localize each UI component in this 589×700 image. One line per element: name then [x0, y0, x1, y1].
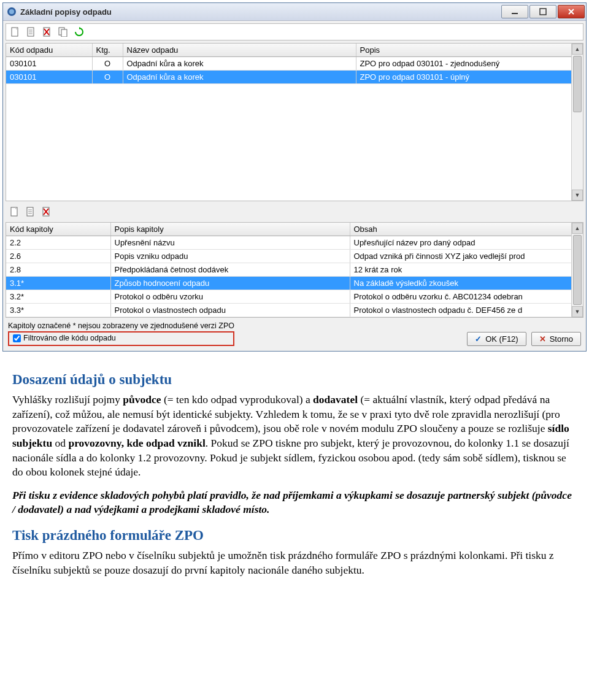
- footer: Kapitoly označené * nejsou zobrazeny ve …: [6, 320, 583, 348]
- copy-icon[interactable]: [58, 26, 69, 37]
- cell: Odpadní kůra a korek: [123, 71, 356, 84]
- scroll-down-icon[interactable]: ▼: [572, 306, 583, 317]
- cell: O: [92, 57, 123, 71]
- table-row[interactable]: 3.1*Způsob hodnocení odpaduNa základě vý…: [6, 277, 572, 290]
- grid-bottom-header: Kód kapitoly Popis kapitoly Obsah: [6, 223, 572, 236]
- scroll-thumb[interactable]: [573, 235, 582, 305]
- svg-rect-2: [512, 13, 518, 14]
- col-popis[interactable]: Popis: [356, 44, 572, 57]
- app-icon: [7, 7, 17, 17]
- scroll-down-icon[interactable]: ▼: [572, 190, 583, 201]
- scrollbar-vertical[interactable]: ▲ ▼: [571, 44, 583, 201]
- ok-button[interactable]: ✓ OK (F12): [467, 332, 526, 346]
- table-row[interactable]: 030101OOdpadní kůra a korekZPO pro odpad…: [6, 57, 572, 71]
- edit-icon[interactable]: [25, 206, 36, 217]
- svg-rect-16: [61, 29, 67, 37]
- grid-bottom[interactable]: Kód kapitoly Popis kapitoly Obsah 2.2Upř…: [6, 223, 572, 317]
- cell: ZPO pro odpad 030101 - úplný: [356, 71, 572, 84]
- cell: Odpadní kůra a korek: [123, 57, 356, 71]
- col-kod-odpadu[interactable]: Kód odpadu: [6, 44, 92, 57]
- ok-button-label: OK (F12): [485, 334, 518, 344]
- cell: 2.6: [6, 250, 110, 263]
- cell: Upřesňující název pro daný odpad: [350, 236, 572, 250]
- cell: Způsob hodnocení odpadu: [110, 277, 350, 290]
- toolbar-middle: [6, 204, 583, 220]
- table-row[interactable]: 3.2*Protokol o odběru vzorkuProtokol o o…: [6, 290, 572, 304]
- cell: Na základě výsledků zkoušek: [350, 277, 572, 290]
- cell: Upřesnění názvu: [110, 236, 350, 250]
- filter-checkbox-label: Filtrováno dle kódu odpadu: [23, 334, 116, 342]
- cell: Protokol o vlastnostech odpadu: [110, 304, 350, 317]
- grid-bottom-panel: Kód kapitoly Popis kapitoly Obsah 2.2Upř…: [6, 222, 583, 318]
- cell: Protokol o odběru vzorku: [110, 290, 350, 304]
- grid-top-panel: Kód odpadu Ktg. Název odpadu Popis 03010…: [6, 43, 583, 201]
- cell: 12 krát za rok: [350, 263, 572, 277]
- scroll-up-icon[interactable]: ▲: [572, 44, 583, 55]
- cell: Protokol o odběru vzorku č. ABC01234 ode…: [350, 290, 572, 304]
- col-popis-kapitoly[interactable]: Popis kapitoly: [110, 223, 350, 236]
- col-ktg[interactable]: Ktg.: [92, 44, 123, 57]
- cell: 3.2*: [6, 290, 110, 304]
- delete-icon[interactable]: [41, 206, 52, 217]
- table-row[interactable]: 030101OOdpadní kůra a korekZPO pro odpad…: [6, 71, 572, 84]
- edit-icon[interactable]: [26, 26, 37, 37]
- cell: 3.1*: [6, 277, 110, 290]
- cell: 2.2: [6, 236, 110, 250]
- table-row[interactable]: 2.2Upřesnění názvuUpřesňující název pro …: [6, 236, 572, 250]
- heading-tisk: Tisk prázdného formuláře ZPO: [12, 526, 577, 545]
- grid-top[interactable]: Kód odpadu Ktg. Název odpadu Popis 03010…: [6, 44, 572, 84]
- maximize-button[interactable]: [529, 5, 556, 18]
- cell: ZPO pro odpad 030101 - zjednodušený: [356, 57, 572, 71]
- table-row[interactable]: 2.8Předpokládaná četnost dodávek12 krát …: [6, 263, 572, 277]
- close-button[interactable]: [558, 5, 585, 18]
- cell: 030101: [6, 57, 92, 71]
- cell: Odpad vzniká při činnosti XYZ jako vedle…: [350, 250, 572, 263]
- cell: 2.8: [6, 263, 110, 277]
- col-kod-kapitoly[interactable]: Kód kapitoly: [6, 223, 110, 236]
- cell: 3.3*: [6, 304, 110, 317]
- titlebar: Základní popisy odpadu: [3, 3, 586, 21]
- scroll-thumb[interactable]: [573, 56, 582, 112]
- toolbar-top: [6, 23, 583, 40]
- scroll-up-icon[interactable]: ▲: [572, 223, 583, 234]
- footer-note: Kapitoly označené * nejsou zobrazeny ve …: [8, 321, 234, 330]
- cancel-button[interactable]: ✕ Storno: [531, 332, 581, 346]
- col-obsah[interactable]: Obsah: [350, 223, 572, 236]
- cancel-button-label: Storno: [550, 334, 573, 344]
- dialog-window: Základní popisy odpadu K: [2, 2, 587, 352]
- grid-top-header: Kód odpadu Ktg. Název odpadu Popis: [6, 44, 572, 57]
- paragraph: Vyhlášky rozlišují pojmy původce (= ten …: [12, 393, 577, 480]
- table-row[interactable]: 2.6Popis vzniku odpaduOdpad vzniká při č…: [6, 250, 572, 263]
- scrollbar-vertical[interactable]: ▲ ▼: [571, 223, 583, 317]
- new-icon[interactable]: [10, 26, 21, 37]
- table-row[interactable]: 3.3*Protokol o vlastnostech odpaduProtok…: [6, 304, 572, 317]
- svg-point-1: [9, 9, 14, 14]
- filter-checkbox[interactable]: [13, 334, 21, 342]
- check-icon: ✓: [475, 334, 482, 344]
- cross-icon: ✕: [539, 334, 546, 344]
- minimize-button[interactable]: [501, 5, 528, 18]
- delete-icon[interactable]: [42, 26, 53, 37]
- cell: 030101: [6, 71, 92, 84]
- window-title: Základní popisy odpadu: [20, 7, 112, 17]
- cell: Protokol o vlastnostech odpadu č. DEF456…: [350, 304, 572, 317]
- col-nazev-odpadu[interactable]: Název odpadu: [123, 44, 356, 57]
- cell: Popis vzniku odpadu: [110, 250, 350, 263]
- new-icon[interactable]: [9, 206, 20, 217]
- cell: Předpokládaná četnost dodávek: [110, 263, 350, 277]
- paragraph: Přímo v editoru ZPO nebo v číselníku sub…: [12, 548, 577, 577]
- svg-rect-3: [540, 9, 546, 15]
- cell: O: [92, 71, 123, 84]
- filter-checkbox-box: Filtrováno dle kódu odpadu: [8, 331, 234, 346]
- paragraph-emphasis: Při tisku z evidence skladových pohybů p…: [12, 488, 577, 517]
- heading-dosazeni: Dosazení údajů o subjektu: [12, 370, 577, 389]
- document-body: Dosazení údajů o subjektu Vyhlášky rozli…: [0, 354, 589, 604]
- refresh-icon[interactable]: [74, 26, 85, 37]
